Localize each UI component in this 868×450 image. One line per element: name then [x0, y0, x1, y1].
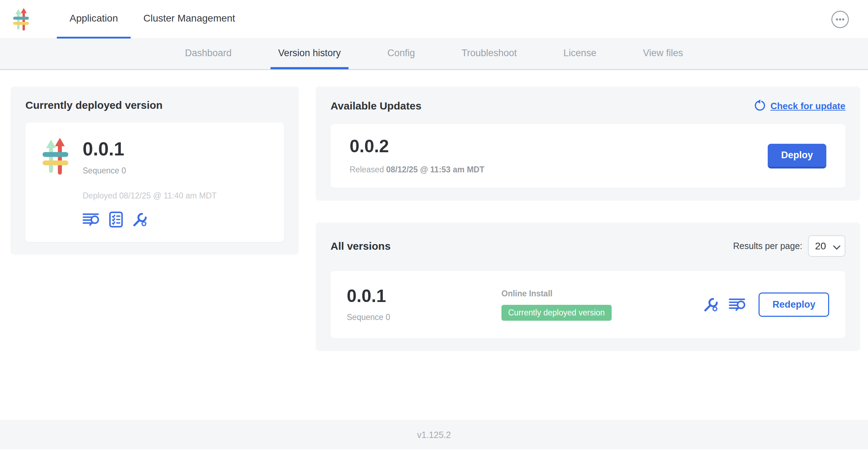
row-sequence: Sequence 0	[347, 313, 501, 322]
results-per-page: Results per page: 20	[733, 235, 845, 257]
ellipsis-menu-icon[interactable]	[831, 10, 850, 29]
tab-cluster-management-label: Cluster Management	[143, 13, 235, 24]
tab-cluster-management[interactable]: Cluster Management	[131, 0, 248, 39]
all-versions-card: All versions Results per page: 20 0.0.1 …	[316, 223, 860, 351]
console-version: v1.125.2	[417, 430, 451, 440]
config-icon[interactable]	[132, 212, 148, 228]
check-for-update-link[interactable]: Check for update	[753, 99, 845, 113]
all-versions-title: All versions	[331, 240, 391, 252]
subtab-version-history-label: Version history	[278, 48, 341, 59]
released-date: 08/12/25 @ 11:53 am MDT	[386, 165, 484, 174]
main-content: Currently deployed version 0.0.1 Sequenc…	[0, 70, 868, 420]
subtab-view-files[interactable]: View files	[635, 39, 691, 69]
check-for-update-label: Check for update	[771, 101, 845, 112]
results-per-page-select[interactable]: 20	[808, 235, 845, 257]
subtab-config-label: Config	[387, 48, 415, 59]
subtab-config[interactable]: Config	[380, 39, 423, 69]
available-updates-card: Available Updates Check for update 0.0.2…	[316, 87, 860, 201]
top-header: Application Cluster Management	[0, 0, 868, 39]
deployed-version-panel: 0.0.1 Sequence 0 Deployed 08/12/25 @ 11:…	[25, 123, 284, 242]
update-version-number: 0.0.2	[350, 137, 484, 155]
update-released-line: Released 08/12/25 @ 11:53 am MDT	[350, 165, 484, 174]
currently-deployed-card: Currently deployed version 0.0.1 Sequenc…	[11, 87, 299, 255]
logs-icon[interactable]	[729, 297, 747, 313]
subtab-license-label: License	[564, 48, 596, 59]
subtab-dashboard[interactable]: Dashboard	[177, 39, 239, 69]
available-updates-header: Available Updates Check for update	[331, 99, 845, 113]
deployed-actions	[83, 211, 217, 228]
subtab-view-files-label: View files	[643, 48, 683, 59]
update-details: 0.0.2 Released 08/12/25 @ 11:53 am MDT	[350, 137, 484, 174]
app-subnav: Dashboard Version history Config Trouble…	[0, 39, 868, 70]
released-label: Released	[350, 165, 384, 174]
logs-icon[interactable]	[83, 212, 100, 227]
version-row-actions: Redeploy	[703, 292, 829, 317]
results-per-page-label: Results per page:	[733, 241, 802, 251]
deployed-version-number: 0.0.1	[83, 140, 217, 158]
config-icon[interactable]	[703, 297, 719, 313]
row-version-number: 0.0.1	[347, 287, 501, 305]
currently-deployed-badge: Currently deployed version	[501, 305, 612, 321]
available-update-row: 0.0.2 Released 08/12/25 @ 11:53 am MDT D…	[331, 124, 845, 188]
subtab-dashboard-label: Dashboard	[185, 48, 232, 59]
subtab-license[interactable]: License	[556, 39, 604, 69]
deployed-sequence: Sequence 0	[83, 166, 217, 176]
deployed-timestamp: Deployed 08/12/25 @ 11:40 am MDT	[83, 191, 217, 201]
currently-deployed-title: Currently deployed version	[25, 99, 284, 111]
header-spacer	[248, 0, 831, 39]
version-row-identity: 0.0.1 Sequence 0	[347, 287, 501, 322]
subtab-troubleshoot-label: Troubleshoot	[462, 48, 517, 59]
install-type-label: Online Install	[501, 289, 703, 298]
available-updates-title: Available Updates	[331, 100, 421, 112]
tab-application-label: Application	[70, 13, 118, 24]
refresh-icon	[753, 99, 766, 113]
deployed-version-details: 0.0.1 Sequence 0 Deployed 08/12/25 @ 11:…	[83, 137, 217, 228]
preflight-checks-icon[interactable]	[109, 211, 123, 228]
redeploy-button[interactable]: Redeploy	[759, 292, 829, 317]
app-footer: v1.125.2	[0, 420, 868, 449]
right-column: Available Updates Check for update 0.0.2…	[316, 87, 860, 351]
subtab-version-history[interactable]: Version history	[270, 39, 349, 69]
version-row: 0.0.1 Sequence 0 Online Install Currentl…	[331, 271, 845, 338]
version-row-status: Online Install Currently deployed versio…	[501, 289, 703, 321]
tab-application[interactable]: Application	[57, 0, 131, 39]
all-versions-header: All versions Results per page: 20	[331, 235, 845, 257]
app-logo-icon	[13, 0, 29, 39]
subtab-troubleshoot[interactable]: Troubleshoot	[454, 39, 525, 69]
results-per-page-select-wrap: 20	[808, 235, 845, 257]
app-logo-icon	[42, 137, 83, 228]
deploy-button[interactable]: Deploy	[768, 144, 826, 168]
